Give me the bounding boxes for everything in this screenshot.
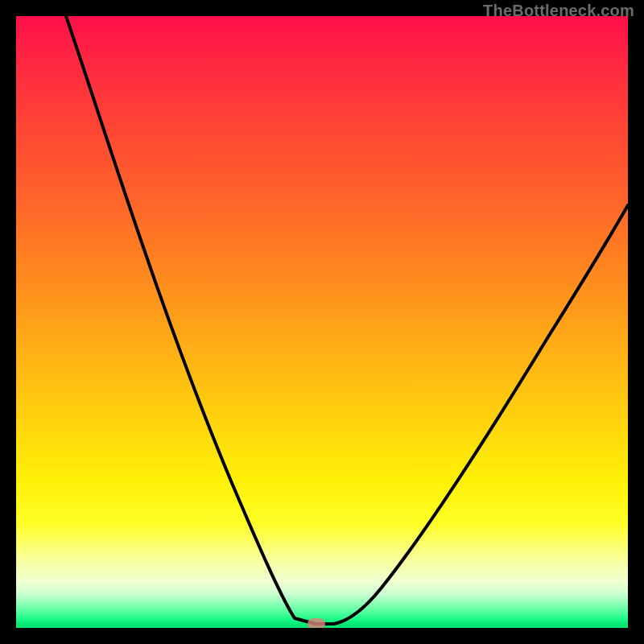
bottleneck-curve xyxy=(16,16,628,628)
chart-frame: TheBottleneck.com xyxy=(0,0,644,644)
optimal-point-marker xyxy=(308,618,325,628)
bottleneck-curve-path xyxy=(66,16,628,624)
plot-area xyxy=(16,16,628,628)
